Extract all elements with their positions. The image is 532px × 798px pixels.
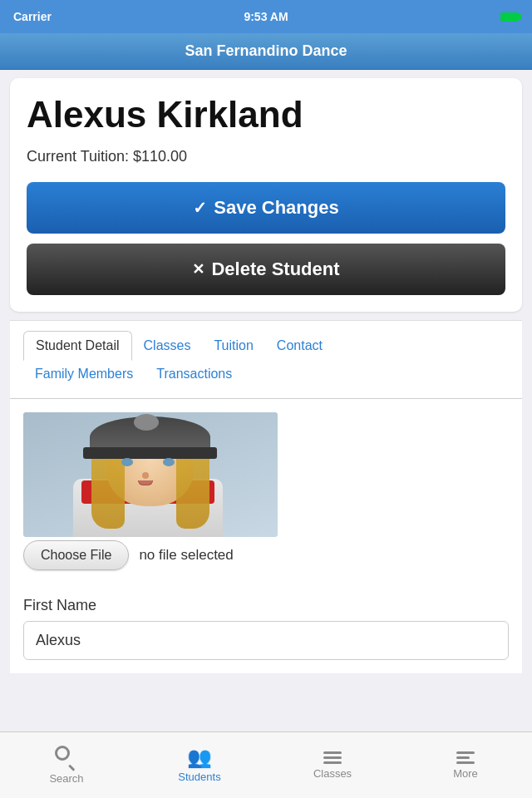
search-label: Search [49,772,83,785]
photo-area: Choose File no file selected [23,412,509,570]
form-section: First Name [10,597,522,673]
tab-bar-classes[interactable]: Classes [266,732,399,798]
cross-icon: ✕ [192,260,204,278]
search-icon [55,746,78,769]
choose-file-button[interactable]: Choose File [23,540,129,570]
student-photo [23,412,278,537]
student-name: Alexus Kirkland [27,95,505,135]
status-bar: Carrier 9:53 AM [0,0,532,33]
tabs-container: Student Detail Classes Tuition Contact F… [10,320,522,398]
more-icon [456,751,475,764]
delete-student-button[interactable]: ✕ Delete Student [27,244,505,295]
tab-student-detail[interactable]: Student Detail [23,331,132,361]
nav-bar: San Fernandino Dance [0,33,532,70]
current-tuition: Current Tuition: $110.00 [27,148,505,165]
first-name-input[interactable] [23,621,509,660]
tab-bar: Search 👥 Students Classes More [0,732,532,798]
tab-contact[interactable]: Contact [265,332,334,360]
first-name-label: First Name [23,597,509,614]
file-input-row: Choose File no file selected [23,540,509,570]
carrier-label: Carrier [13,10,52,23]
time-label: 9:53 AM [244,10,288,23]
status-icons [500,12,519,22]
more-label: More [453,767,478,780]
classes-label: Classes [313,767,352,780]
delete-button-label: Delete Student [211,259,339,280]
tab-tuition[interactable]: Tuition [202,332,264,360]
tab-bar-students[interactable]: 👥 Students [133,732,266,798]
tab-transactions[interactable]: Transactions [145,360,244,388]
tab-bar-search[interactable]: Search [0,732,133,798]
students-label: Students [178,771,220,783]
battery-icon [500,12,519,22]
tabs-row-2: Family Members Transactions [23,360,509,398]
checkmark-icon: ✓ [193,198,207,218]
tab-bar-more[interactable]: More [399,732,532,798]
classes-icon [323,751,342,764]
detail-section: Choose File no file selected [10,399,522,597]
save-changes-button[interactable]: ✓ Save Changes [27,182,505,234]
tab-family-members[interactable]: Family Members [23,360,145,388]
tabs-row: Student Detail Classes Tuition Contact [23,331,509,360]
tab-classes[interactable]: Classes [132,332,203,360]
student-card: Alexus Kirkland Current Tuition: $110.00… [10,78,522,312]
nav-title: San Fernandino Dance [185,42,347,60]
no-file-text: no file selected [139,547,233,564]
students-icon: 👥 [187,747,212,767]
save-button-label: Save Changes [214,197,338,219]
